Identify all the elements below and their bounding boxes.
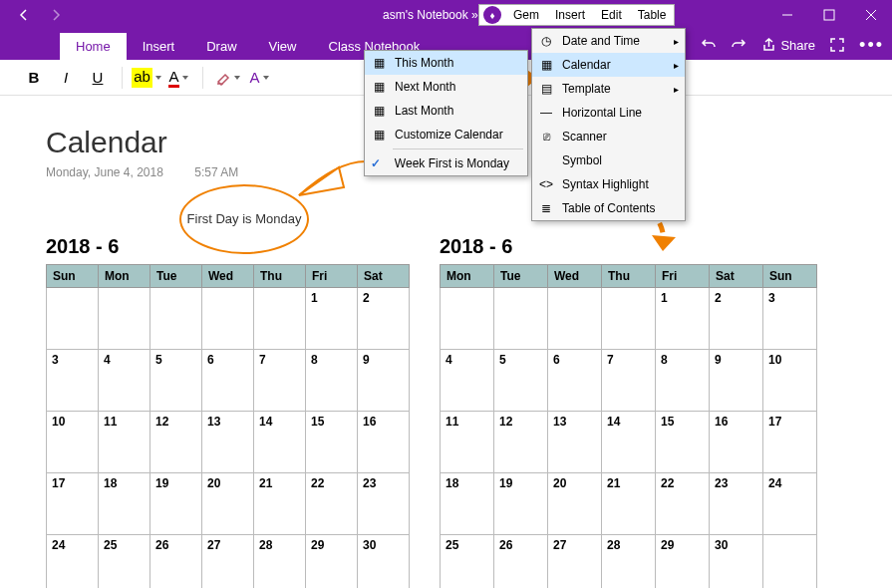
menu-week-first-monday[interactable]: Week First is Monday [365, 151, 527, 175]
calendar-cell: 1 [306, 288, 358, 350]
back-button[interactable] [12, 3, 36, 27]
calendar-cell: 27 [202, 535, 254, 589]
calendar-cell: 14 [602, 412, 656, 473]
menu-last-month[interactable]: ▦Last Month [365, 99, 527, 123]
undo-button[interactable] [701, 37, 717, 53]
calendar-submenu: ▦This Month ▦Next Month ▦Last Month ▦Cus… [364, 50, 528, 176]
tab-draw[interactable]: Draw [190, 33, 252, 60]
fullscreen-button[interactable] [829, 37, 845, 53]
calendar-cell [47, 288, 99, 350]
calendar-cell: 10 [47, 412, 99, 473]
menu-label: Customize Calendar [395, 128, 503, 142]
page-date: Monday, June 4, 2018 [46, 165, 163, 179]
calendar-header: Sat [358, 265, 410, 288]
calendar-cell: 3 [47, 350, 99, 412]
forward-button[interactable] [44, 3, 68, 27]
calendar-cell: 9 [358, 350, 410, 412]
tab-home[interactable]: Home [60, 33, 127, 60]
menu-customize-calendar[interactable]: ▦Customize Calendar [365, 123, 527, 147]
menu-calendar[interactable]: ▦Calendar [532, 53, 685, 77]
calendar-cell: 8 [306, 350, 358, 412]
menu-this-month[interactable]: ▦This Month [365, 51, 527, 75]
calendar-cell [254, 288, 306, 350]
tab-view[interactable]: View [253, 33, 313, 60]
calendar-cell: 4 [441, 350, 494, 412]
calendar-header: Fri [306, 265, 358, 288]
menu-date-time[interactable]: ◷Date and Time [532, 29, 685, 53]
calendar-cell: 6 [548, 350, 602, 412]
close-button[interactable] [850, 0, 892, 30]
italic-button[interactable]: I [52, 64, 80, 92]
share-button[interactable]: Share [760, 37, 815, 53]
calendar-cell: 19 [494, 473, 548, 535]
calendar-header: Tue [494, 265, 548, 288]
gem-insert-menu: ◷Date and Time ▦Calendar ▤Template —Hori… [531, 28, 686, 221]
calendar-header: Fri [656, 265, 710, 288]
bold-button[interactable]: B [20, 64, 48, 92]
highlight-button[interactable]: ab [133, 64, 160, 92]
menu-label: Symbol [562, 153, 602, 167]
gem-menu-edit[interactable]: Edit [593, 6, 630, 24]
calendar-cell [441, 288, 494, 350]
menu-syntax-highlight[interactable]: <>Syntax Highlight [532, 172, 685, 196]
menu-scanner[interactable]: ⎚Scanner [532, 125, 685, 148]
menu-table-of-contents[interactable]: ≣Table of Contents [532, 196, 685, 220]
calendar-cell: 12 [150, 412, 202, 473]
more-button[interactable]: ••• [859, 35, 884, 56]
titlebar: asm's Notebook » Qu… [0, 0, 892, 30]
calendar-cell: 5 [150, 350, 202, 412]
gem-menu-gem[interactable]: Gem [505, 6, 547, 24]
format-painter-button[interactable]: A [245, 64, 273, 92]
menu-label: Horizontal Line [562, 106, 642, 120]
calendar-header: Thu [254, 265, 306, 288]
calendar-cell [150, 288, 202, 350]
menu-symbol[interactable]: Symbol [532, 148, 685, 172]
scanner-icon: ⎚ [538, 129, 554, 145]
calendar-cell: 7 [602, 350, 656, 412]
calendar-right-title: 2018 - 6 [440, 235, 817, 258]
calendar-cell: 23 [358, 473, 410, 535]
calendar-header: Sun [763, 265, 817, 288]
gem-menubar: ♦ Gem Insert Edit Table [478, 4, 675, 26]
calendar-cell: 21 [602, 473, 656, 535]
calendar-header: Mon [441, 265, 494, 288]
calendar-cell [548, 288, 602, 350]
redo-button[interactable] [731, 37, 746, 53]
underline-button[interactable]: U [84, 64, 112, 92]
calendar-cell: 30 [710, 535, 763, 589]
calendar-cell: 2 [710, 288, 763, 350]
menu-horizontal-line[interactable]: —Horizontal Line [532, 101, 685, 125]
calendar-cell: 22 [656, 473, 710, 535]
calendar-cell: 2 [358, 288, 410, 350]
calendar-cell: 26 [150, 535, 202, 589]
calendar-cell: 16 [358, 412, 410, 473]
calendar-left: 2018 - 6 SunMonTueWedThuFriSat 123456789… [46, 235, 410, 588]
tab-insert[interactable]: Insert [127, 33, 191, 60]
svg-rect-0 [824, 10, 834, 20]
menu-label: This Month [395, 56, 453, 70]
calendar-cell: 15 [306, 412, 358, 473]
font-color-button[interactable]: A [164, 64, 192, 92]
menu-label: Syntax Highlight [562, 177, 649, 191]
gem-menu-insert[interactable]: Insert [547, 6, 593, 24]
calendar-cell: 6 [202, 350, 254, 412]
calendar-cell: 8 [656, 350, 710, 412]
calendar-cell: 18 [441, 473, 494, 535]
menu-label: Date and Time [562, 34, 640, 48]
minimize-button[interactable] [766, 0, 808, 30]
code-icon: <> [538, 176, 554, 192]
calendar-cell: 27 [548, 535, 602, 589]
maximize-button[interactable] [808, 0, 850, 30]
menu-template[interactable]: ▤Template [532, 77, 685, 101]
callout-bubble: First Day is Monday [179, 184, 309, 254]
calendar-cell: 3 [763, 288, 817, 350]
calendar-cell [763, 535, 817, 589]
menu-next-month[interactable]: ▦Next Month [365, 75, 527, 99]
calendar-cell: 15 [656, 412, 710, 473]
clear-format-button[interactable] [213, 64, 241, 92]
gem-menu-table[interactable]: Table [630, 6, 675, 24]
calendar-cell: 1 [656, 288, 710, 350]
calendar-cell: 26 [494, 535, 548, 589]
menu-label: Scanner [562, 130, 607, 144]
calendar-cell: 14 [254, 412, 306, 473]
